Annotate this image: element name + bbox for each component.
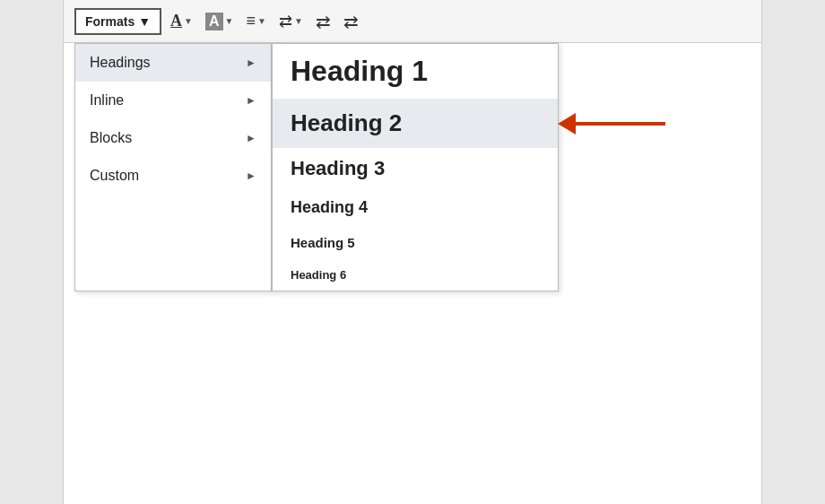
menu-item-blocks[interactable]: Blocks ►	[75, 119, 271, 157]
heading2-item[interactable]: Heading 2	[273, 99, 558, 148]
arrow-head-icon	[558, 113, 576, 135]
heading5-item[interactable]: Heading 5	[273, 226, 558, 259]
custom-arrow-icon: ►	[246, 169, 256, 182]
heading1-label: Heading 1	[291, 55, 428, 87]
bullet-list-arrow: ▼	[257, 16, 266, 26]
heading5-label: Heading 5	[291, 235, 355, 250]
editor-area: Formats ▼ A ▼ A ▼ ≡ ▼ ⇄ ▼ ⇄ ⇄	[63, 0, 762, 504]
menu-inline-label: Inline	[90, 92, 124, 109]
menu-blocks-label: Blocks	[90, 130, 132, 146]
numbered-list-tool[interactable]: ⇄ ▼	[275, 10, 307, 33]
formats-label: Formats	[85, 14, 135, 29]
numbered-list-arrow: ▼	[294, 16, 303, 26]
font-color-arrow: ▼	[184, 16, 193, 26]
red-arrow	[560, 113, 665, 135]
menu-headings-label: Headings	[90, 55, 151, 71]
formats-dropdown-arrow: ▼	[138, 14, 151, 29]
formats-button[interactable]: Formats ▼	[74, 8, 161, 35]
dropdown-container: Headings ► Inline ► Blocks ► Custom ► He…	[74, 43, 559, 291]
indent-increase-tool[interactable]: ⇄	[340, 9, 362, 34]
heading2-label: Heading 2	[291, 109, 402, 136]
headings-arrow-icon: ►	[246, 56, 256, 69]
heading3-item[interactable]: Heading 3	[273, 148, 558, 189]
inline-arrow-icon: ►	[246, 94, 256, 107]
menu-item-headings[interactable]: Headings ►	[75, 44, 271, 82]
heading2-wrapper: Heading 2	[273, 99, 558, 148]
heading6-label: Heading 6	[291, 268, 346, 282]
heading4-item[interactable]: Heading 4	[273, 189, 558, 226]
toolbar: Formats ▼ A ▼ A ▼ ≡ ▼ ⇄ ▼ ⇄ ⇄	[64, 0, 761, 43]
bullet-list-icon: ≡	[246, 12, 256, 30]
arrow-line	[576, 122, 665, 126]
blocks-arrow-icon: ►	[246, 132, 256, 144]
heading4-label: Heading 4	[291, 198, 368, 216]
numbered-list-icon: ⇄	[279, 12, 292, 31]
indent-increase-icon: ⇄	[343, 11, 359, 32]
formats-menu: Headings ► Inline ► Blocks ► Custom ►	[74, 43, 272, 291]
heading6-item[interactable]: Heading 6	[273, 259, 558, 291]
heading1-item[interactable]: Heading 1	[273, 44, 558, 99]
bullet-list-tool[interactable]: ≡ ▼	[242, 10, 269, 32]
heading3-label: Heading 3	[291, 157, 385, 179]
indent-decrease-tool[interactable]: ⇄	[312, 9, 334, 34]
highlight-tool[interactable]: A ▼	[202, 11, 237, 32]
menu-item-custom[interactable]: Custom ►	[75, 157, 271, 195]
headings-submenu: Heading 1 Heading 2 Heading 3 Heading 4 …	[272, 43, 559, 291]
menu-custom-label: Custom	[90, 168, 139, 184]
highlight-arrow: ▼	[225, 16, 234, 26]
indent-decrease-icon: ⇄	[316, 11, 331, 32]
menu-item-inline[interactable]: Inline ►	[75, 82, 271, 119]
font-color-tool[interactable]: A ▼	[167, 10, 196, 32]
highlight-a-icon: A	[205, 13, 223, 30]
font-a-icon: A	[170, 12, 182, 30]
